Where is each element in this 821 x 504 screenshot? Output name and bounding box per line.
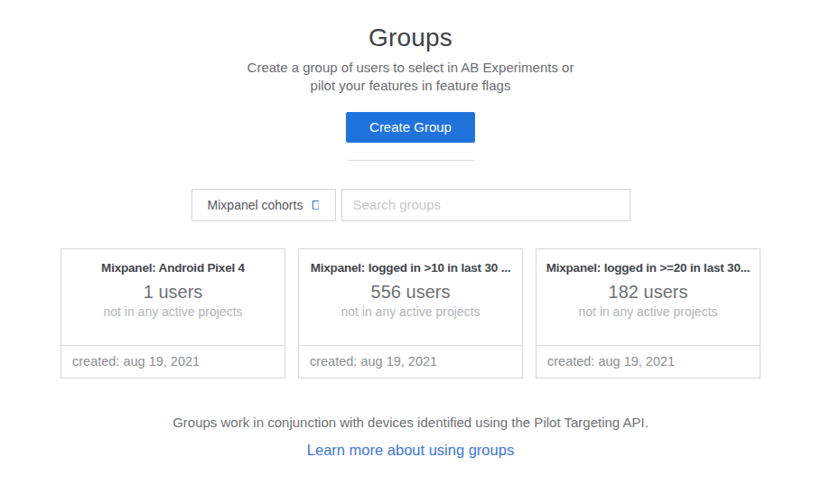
group-card[interactable]: Mixpanel: logged in >10 in last 30 ... 5… [298, 248, 523, 378]
group-card-body: Mixpanel: Android Pixel 4 1 users not in… [61, 249, 285, 345]
group-card-created: created: aug 19, 2021 [536, 345, 760, 378]
page-subtitle-line2: pilot your features in feature flags [0, 77, 821, 95]
missing-glyph-box-icon [313, 201, 319, 210]
group-card-status: not in any active projects [61, 304, 285, 319]
group-card[interactable]: Mixpanel: Android Pixel 4 1 users not in… [61, 248, 285, 378]
page-subtitle-line1: Create a group of users to select in AB … [0, 59, 821, 77]
group-card[interactable]: Mixpanel: logged in >=20 in last 30... 1… [536, 248, 760, 378]
group-card-user-count: 1 users [61, 282, 285, 303]
cohort-source-dropdown[interactable]: Mixpanel cohorts [191, 189, 336, 221]
page-subtitle: Create a group of users to select in AB … [0, 59, 821, 95]
pilot-targeting-note: Groups work in conjunction with devices … [0, 415, 821, 430]
cohort-source-dropdown-label: Mixpanel cohorts [208, 198, 303, 212]
group-card-title: Mixpanel: Android Pixel 4 [61, 261, 285, 275]
header-divider [348, 160, 474, 161]
group-card-user-count: 556 users [299, 282, 522, 303]
groups-page: Groups Create a group of users to select… [0, 0, 821, 459]
page-title: Groups [0, 23, 821, 52]
group-card-title: Mixpanel: logged in >=20 in last 30... [536, 261, 760, 275]
group-cards-row: Mixpanel: Android Pixel 4 1 users not in… [0, 248, 821, 378]
group-card-created: created: aug 19, 2021 [61, 345, 285, 378]
filter-controls: Mixpanel cohorts [0, 189, 821, 221]
group-card-status: not in any active projects [299, 304, 522, 319]
group-card-created: created: aug 19, 2021 [299, 345, 522, 378]
group-card-body: Mixpanel: logged in >10 in last 30 ... 5… [299, 249, 522, 345]
search-groups-input[interactable] [341, 189, 630, 221]
group-card-title: Mixpanel: logged in >10 in last 30 ... [299, 261, 522, 275]
learn-more-link[interactable]: Learn more about using groups [307, 442, 514, 459]
create-group-button[interactable]: Create Group [346, 112, 475, 143]
group-card-status: not in any active projects [536, 304, 760, 319]
group-card-body: Mixpanel: logged in >=20 in last 30... 1… [536, 249, 760, 345]
group-card-user-count: 182 users [536, 282, 760, 303]
